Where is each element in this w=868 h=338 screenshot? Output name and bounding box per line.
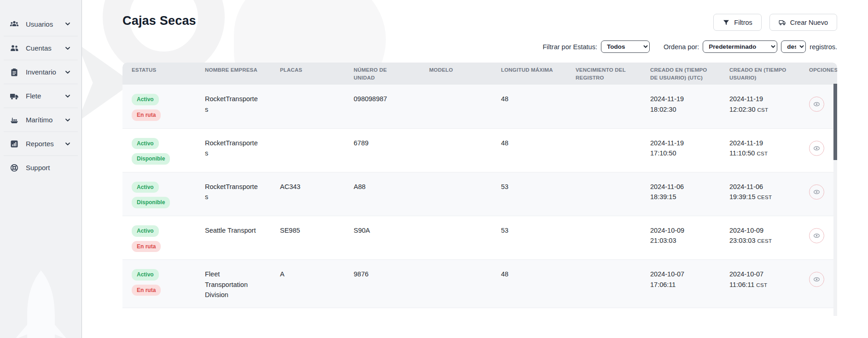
- timezone-label: CST: [756, 282, 767, 288]
- sidebar-item-reportes[interactable]: Reportes: [4, 132, 78, 155]
- timezone-label: CEST: [757, 238, 772, 244]
- main-content: Cajas Secas Filtros Crear Nuevo: [82, 0, 868, 338]
- table-toolbar: Filtrar por Estatus: Todos Ordena por: P…: [122, 40, 837, 53]
- status-cell: ActivoEn ruta: [122, 225, 196, 252]
- status-badge: Activo: [132, 225, 159, 237]
- column-header: Creado en (Tiempo Usuario): [720, 66, 800, 81]
- filters-button[interactable]: Filtros: [713, 14, 761, 31]
- eye-icon: [813, 188, 821, 196]
- company-name-cell: RocketTransportes: [196, 182, 271, 202]
- created-utc-cell: 2024-11-0618:39:15: [641, 182, 720, 202]
- eye-icon: [813, 232, 821, 240]
- sidebar-item-inventario[interactable]: Inventario: [4, 60, 78, 84]
- sidebar-item-cuentas[interactable]: Cuentas: [4, 36, 78, 60]
- column-header: Número de Unidad: [344, 66, 420, 81]
- status-cell: ActivoDisponible: [122, 138, 196, 165]
- created-user-time-cell: 2024-11-0619:39:15 CEST: [720, 182, 800, 202]
- status-badge: En ruta: [132, 285, 161, 296]
- view-details-button[interactable]: [809, 228, 824, 243]
- create-new-button[interactable]: Crear Nuevo: [769, 14, 837, 31]
- plates-cell: SE985: [271, 225, 344, 235]
- view-details-button[interactable]: [809, 141, 824, 156]
- sidebar-nav: Usuarios Cuentas Inventario Flete Maríti…: [0, 0, 82, 179]
- status-badge: Activo: [132, 269, 159, 281]
- sidebar-item-label: Marítimo: [26, 116, 64, 124]
- chevron-down-icon: [64, 45, 71, 52]
- company-name-cell: RocketTransportes: [196, 138, 271, 159]
- sidebar-item-label: Flete: [26, 92, 64, 100]
- sidebar-item-label: Usuarios: [26, 20, 64, 28]
- filter-status-label: Filtrar por Estatus:: [543, 43, 597, 51]
- plates-cell: AC343: [271, 182, 344, 192]
- options-cell: [800, 225, 837, 243]
- order-by-label: Ordena por:: [664, 43, 699, 51]
- filter-status-select[interactable]: Todos: [601, 40, 650, 53]
- status-badge: En ruta: [132, 109, 161, 121]
- status-badge: Disponible: [132, 197, 170, 208]
- column-header: Vencimiento del Registro: [566, 66, 641, 81]
- view-details-button[interactable]: [809, 184, 824, 200]
- created-user-time-cell: 2024-11-1911:10:50 CST: [720, 138, 800, 159]
- status-badge: En ruta: [132, 241, 161, 252]
- status-badge: Disponible: [132, 153, 170, 165]
- sidebar-item-usuarios[interactable]: Usuarios: [0, 12, 82, 36]
- cajas-secas-table: EstatusNombre EmpresaPlacasNúmero de Uni…: [122, 63, 837, 316]
- chevron-down-icon: [64, 20, 71, 28]
- eye-icon: [813, 100, 821, 108]
- ship-icon: [9, 115, 19, 125]
- column-header: Placas: [271, 66, 344, 74]
- unit-number-cell: A88: [344, 182, 420, 192]
- reports-icon: [9, 139, 19, 149]
- column-header: Opciones: [800, 66, 837, 74]
- created-utc-cell: 2024-10-0717:06:11: [641, 269, 720, 290]
- sidebar-item-flete[interactable]: Flete: [4, 84, 78, 108]
- timezone-label: CST: [757, 151, 768, 156]
- order-by-select[interactable]: Predeterminado: [703, 40, 777, 53]
- company-name-cell: RocketTransportes: [196, 94, 271, 115]
- truck-icon: [9, 91, 19, 101]
- column-header: Creado en (Tiempo de Usuario) (UTC): [641, 66, 720, 81]
- table-row: ActivoDisponibleFr8App NetworkR8965R8A48…: [122, 308, 837, 316]
- options-cell: [800, 138, 837, 156]
- unit-number-cell: 098098987: [344, 94, 420, 104]
- max-length-cell: 48: [492, 269, 566, 279]
- unit-number-cell: S90A: [344, 225, 420, 235]
- view-details-button[interactable]: [809, 272, 824, 287]
- company-name-cell: Seattle Transport: [196, 225, 271, 235]
- records-label: registros.: [810, 43, 837, 51]
- column-header: Estatus: [122, 66, 196, 74]
- created-utc-cell: 2024-11-1918:02:30: [641, 94, 720, 115]
- options-cell: [800, 269, 837, 287]
- view-details-button[interactable]: [809, 97, 824, 112]
- created-utc-cell: 2024-10-0921:03:03: [641, 225, 720, 246]
- chevron-down-icon: [64, 69, 71, 76]
- table-scrollbar-thumb[interactable]: [833, 84, 837, 160]
- status-badge: Activo: [132, 182, 159, 193]
- sidebar-item-label: Cuentas: [26, 44, 64, 52]
- table-scrollbar[interactable]: [833, 83, 837, 316]
- accounts-icon: [9, 43, 19, 53]
- table-row: ActivoEn rutaRocketTransportes0980989874…: [122, 85, 837, 128]
- page-title: Cajas Secas: [122, 14, 196, 28]
- status-cell: ActivoEn ruta: [122, 94, 196, 120]
- created-utc-cell: 2024-11-1917:10:50: [641, 138, 720, 159]
- created-user-time-cell: 2024-10-0923:03:03 CEST: [720, 225, 800, 246]
- sidebar-item-support[interactable]: Support: [4, 155, 78, 179]
- rocket-watermark: [6, 267, 76, 338]
- created-user-time-cell: 2024-10-0711:06:11 CST: [720, 269, 800, 290]
- unit-number-cell: 9876: [344, 269, 420, 279]
- order-direction-select[interactable]: desc: [781, 40, 806, 53]
- status-badge: Activo: [132, 138, 159, 149]
- sidebar: Usuarios Cuentas Inventario Flete Maríti…: [0, 0, 82, 338]
- created-user-time-cell: 2024-11-1912:02:30 CST: [720, 94, 800, 115]
- max-length-cell: 53: [492, 225, 566, 235]
- truck-icon: [779, 19, 786, 26]
- table-header-row: EstatusNombre EmpresaPlacasNúmero de Uni…: [122, 63, 837, 85]
- sidebar-item-maritimo[interactable]: Marítimo: [4, 108, 78, 132]
- users-group-icon: [9, 19, 19, 29]
- column-header: Longitud Máxima: [492, 66, 566, 74]
- max-length-cell: 48: [492, 94, 566, 104]
- support-icon: [9, 163, 19, 173]
- table-row: ActivoEn rutaFleet Transportation Divisi…: [122, 259, 837, 307]
- max-length-cell: 48: [492, 138, 566, 148]
